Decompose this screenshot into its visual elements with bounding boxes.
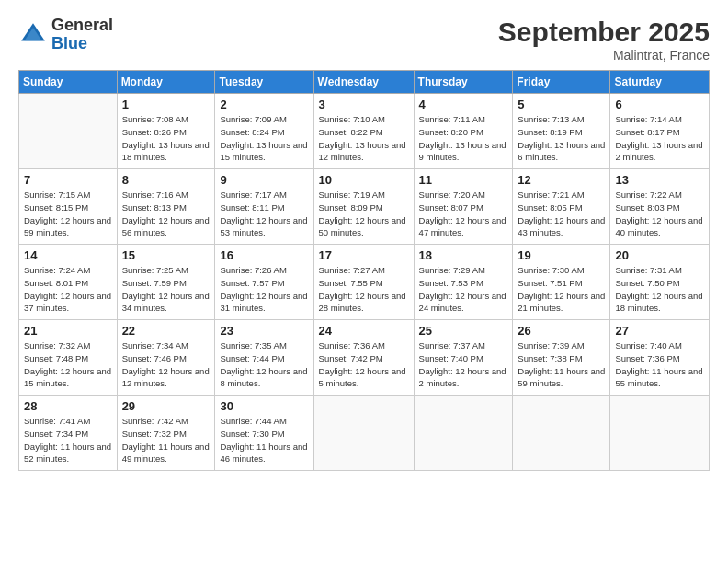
day-info: Sunrise: 7:09 AM Sunset: 8:24 PM Dayligh…: [220, 113, 308, 164]
day-info: Sunrise: 7:14 AM Sunset: 8:17 PM Dayligh…: [615, 113, 704, 164]
day-info: Sunrise: 7:19 AM Sunset: 8:09 PM Dayligh…: [319, 189, 409, 239]
calendar-cell-2-4: 18Sunrise: 7:29 AM Sunset: 7:53 PM Dayli…: [414, 245, 513, 320]
week-row-5: 28Sunrise: 7:41 AM Sunset: 7:34 PM Dayli…: [19, 396, 710, 471]
calendar-cell-3-1: 22Sunrise: 7:34 AM Sunset: 7:46 PM Dayli…: [117, 320, 215, 396]
day-number: 12: [518, 173, 605, 187]
header-friday: Friday: [513, 71, 610, 94]
calendar-cell-2-5: 19Sunrise: 7:30 AM Sunset: 7:51 PM Dayli…: [513, 245, 610, 320]
calendar-cell-1-0: 7Sunrise: 7:15 AM Sunset: 8:15 PM Daylig…: [19, 169, 118, 245]
day-number: 21: [24, 324, 112, 338]
day-info: Sunrise: 7:25 AM Sunset: 7:59 PM Dayligh…: [122, 264, 210, 315]
day-number: 15: [122, 248, 210, 262]
title-location: Malintrat, France: [498, 48, 710, 63]
day-info: Sunrise: 7:20 AM Sunset: 8:07 PM Dayligh…: [419, 189, 508, 239]
calendar-cell-1-5: 12Sunrise: 7:21 AM Sunset: 8:05 PM Dayli…: [513, 169, 610, 245]
calendar-cell-3-2: 23Sunrise: 7:35 AM Sunset: 7:44 PM Dayli…: [215, 320, 313, 396]
day-info: Sunrise: 7:40 AM Sunset: 7:36 PM Dayligh…: [615, 339, 704, 390]
week-row-4: 21Sunrise: 7:32 AM Sunset: 7:48 PM Dayli…: [19, 320, 710, 396]
week-row-2: 7Sunrise: 7:15 AM Sunset: 8:15 PM Daylig…: [19, 169, 710, 245]
day-number: 30: [220, 399, 308, 413]
header-sunday: Sunday: [19, 71, 118, 94]
day-info: Sunrise: 7:34 AM Sunset: 7:46 PM Dayligh…: [122, 339, 210, 390]
header: General Blue September 2025 Malintrat, F…: [18, 17, 710, 63]
calendar-cell-3-0: 21Sunrise: 7:32 AM Sunset: 7:48 PM Dayli…: [19, 320, 118, 396]
calendar-cell-0-5: 5Sunrise: 7:13 AM Sunset: 8:19 PM Daylig…: [513, 94, 610, 169]
week-row-1: 1Sunrise: 7:08 AM Sunset: 8:26 PM Daylig…: [19, 94, 710, 169]
calendar-cell-0-6: 6Sunrise: 7:14 AM Sunset: 8:17 PM Daylig…: [610, 94, 710, 169]
calendar-cell-4-6: [610, 396, 710, 471]
header-monday: Monday: [117, 71, 215, 94]
calendar-cell-0-2: 2Sunrise: 7:09 AM Sunset: 8:24 PM Daylig…: [215, 94, 313, 169]
day-number: 29: [122, 399, 210, 413]
day-info: Sunrise: 7:17 AM Sunset: 8:11 PM Dayligh…: [220, 189, 308, 239]
day-info: Sunrise: 7:10 AM Sunset: 8:22 PM Dayligh…: [319, 113, 409, 164]
day-info: Sunrise: 7:30 AM Sunset: 7:51 PM Dayligh…: [518, 264, 605, 315]
day-info: Sunrise: 7:13 AM Sunset: 8:19 PM Dayligh…: [518, 113, 605, 164]
logo-icon: [18, 20, 48, 50]
day-info: Sunrise: 7:15 AM Sunset: 8:15 PM Dayligh…: [24, 189, 112, 239]
calendar-cell-1-1: 8Sunrise: 7:16 AM Sunset: 8:13 PM Daylig…: [117, 169, 215, 245]
day-info: Sunrise: 7:31 AM Sunset: 7:50 PM Dayligh…: [615, 264, 704, 315]
day-number: 24: [319, 324, 409, 338]
day-number: 18: [419, 248, 508, 262]
day-info: Sunrise: 7:11 AM Sunset: 8:20 PM Dayligh…: [419, 113, 508, 164]
header-tuesday: Tuesday: [215, 71, 313, 94]
day-number: 2: [220, 98, 308, 111]
day-number: 13: [615, 173, 704, 187]
calendar-cell-4-0: 28Sunrise: 7:41 AM Sunset: 7:34 PM Dayli…: [19, 396, 118, 471]
calendar-cell-2-2: 16Sunrise: 7:26 AM Sunset: 7:57 PM Dayli…: [215, 245, 313, 320]
week-row-3: 14Sunrise: 7:24 AM Sunset: 8:01 PM Dayli…: [19, 245, 710, 320]
calendar-header-row: Sunday Monday Tuesday Wednesday Thursday…: [19, 71, 710, 94]
day-number: 5: [518, 98, 605, 111]
title-month: September 2025: [498, 17, 710, 48]
day-number: 8: [122, 173, 210, 187]
day-number: 23: [220, 324, 308, 338]
calendar-cell-3-6: 27Sunrise: 7:40 AM Sunset: 7:36 PM Dayli…: [610, 320, 710, 396]
calendar-cell-4-1: 29Sunrise: 7:42 AM Sunset: 7:32 PM Dayli…: [117, 396, 215, 471]
calendar-cell-3-3: 24Sunrise: 7:36 AM Sunset: 7:42 PM Dayli…: [313, 320, 414, 396]
calendar-cell-2-6: 20Sunrise: 7:31 AM Sunset: 7:50 PM Dayli…: [610, 245, 710, 320]
day-info: Sunrise: 7:29 AM Sunset: 7:53 PM Dayligh…: [419, 264, 508, 315]
day-number: 27: [615, 324, 704, 338]
day-number: 20: [615, 248, 704, 262]
day-number: 11: [419, 173, 508, 187]
header-wednesday: Wednesday: [313, 71, 414, 94]
day-info: Sunrise: 7:35 AM Sunset: 7:44 PM Dayligh…: [220, 339, 308, 390]
day-info: Sunrise: 7:26 AM Sunset: 7:57 PM Dayligh…: [220, 264, 308, 315]
day-number: 16: [220, 248, 308, 262]
day-info: Sunrise: 7:08 AM Sunset: 8:26 PM Dayligh…: [122, 113, 210, 164]
day-info: Sunrise: 7:39 AM Sunset: 7:38 PM Dayligh…: [518, 339, 605, 390]
day-info: Sunrise: 7:37 AM Sunset: 7:40 PM Dayligh…: [419, 339, 508, 390]
title-block: September 2025 Malintrat, France: [498, 17, 710, 63]
day-number: 10: [319, 173, 409, 187]
logo-blue: Blue: [51, 35, 113, 53]
day-info: Sunrise: 7:42 AM Sunset: 7:32 PM Dayligh…: [122, 415, 210, 465]
calendar-cell-4-5: [513, 396, 610, 471]
calendar-cell-1-6: 13Sunrise: 7:22 AM Sunset: 8:03 PM Dayli…: [610, 169, 710, 245]
header-saturday: Saturday: [610, 71, 710, 94]
day-info: Sunrise: 7:32 AM Sunset: 7:48 PM Dayligh…: [24, 339, 112, 390]
calendar-cell-1-3: 10Sunrise: 7:19 AM Sunset: 8:09 PM Dayli…: [313, 169, 414, 245]
day-number: 7: [24, 173, 112, 187]
day-number: 14: [24, 248, 112, 262]
day-info: Sunrise: 7:44 AM Sunset: 7:30 PM Dayligh…: [220, 415, 308, 465]
calendar-cell-3-4: 25Sunrise: 7:37 AM Sunset: 7:40 PM Dayli…: [414, 320, 513, 396]
calendar-cell-0-0: [19, 94, 118, 169]
calendar-cell-2-3: 17Sunrise: 7:27 AM Sunset: 7:55 PM Dayli…: [313, 245, 414, 320]
day-number: 6: [615, 98, 704, 111]
calendar-cell-1-2: 9Sunrise: 7:17 AM Sunset: 8:11 PM Daylig…: [215, 169, 313, 245]
day-number: 17: [319, 248, 409, 262]
day-info: Sunrise: 7:27 AM Sunset: 7:55 PM Dayligh…: [319, 264, 409, 315]
day-info: Sunrise: 7:16 AM Sunset: 8:13 PM Dayligh…: [122, 189, 210, 239]
day-info: Sunrise: 7:36 AM Sunset: 7:42 PM Dayligh…: [319, 339, 409, 390]
day-number: 26: [518, 324, 605, 338]
logo-text: General Blue: [51, 17, 113, 53]
day-number: 1: [122, 98, 210, 111]
day-info: Sunrise: 7:21 AM Sunset: 8:05 PM Dayligh…: [518, 189, 605, 239]
calendar-cell-4-3: [313, 396, 414, 471]
calendar-cell-0-1: 1Sunrise: 7:08 AM Sunset: 8:26 PM Daylig…: [117, 94, 215, 169]
calendar-cell-1-4: 11Sunrise: 7:20 AM Sunset: 8:07 PM Dayli…: [414, 169, 513, 245]
logo: General Blue: [18, 17, 113, 53]
day-number: 25: [419, 324, 508, 338]
calendar-cell-0-4: 4Sunrise: 7:11 AM Sunset: 8:20 PM Daylig…: [414, 94, 513, 169]
